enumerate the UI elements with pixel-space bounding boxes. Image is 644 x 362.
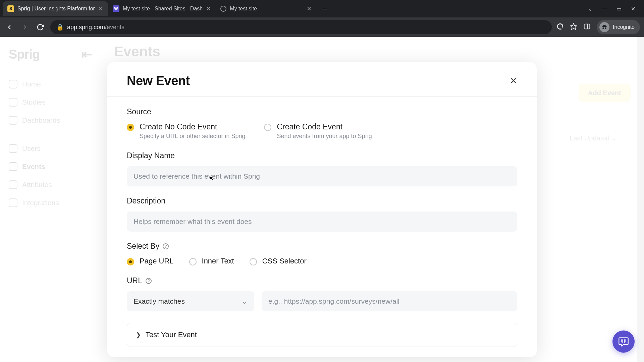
- radio-icon: [127, 124, 134, 131]
- radio-title: Create No Code Event: [140, 122, 245, 131]
- display-name-input[interactable]: [127, 166, 517, 186]
- back-button[interactable]: [4, 22, 15, 33]
- radio-title: CSS Selector: [262, 257, 307, 265]
- url-domain: app.sprig.com: [67, 24, 105, 31]
- display-name-label: Display Name: [127, 151, 517, 160]
- incognito-icon: [599, 22, 609, 32]
- match-type-select[interactable]: Exactly matches ⌄: [127, 291, 254, 311]
- radio-icon: [189, 258, 197, 265]
- incognito-label: Incognito: [613, 24, 635, 30]
- toolbar-icons: Incognito: [556, 20, 640, 34]
- tab-search-icon[interactable]: ⌄: [588, 6, 592, 12]
- radio-title: Create Code Event: [277, 122, 372, 131]
- browser-chrome: S Sprig | User Insights Platform for ✕ W…: [0, 0, 644, 37]
- close-window-icon[interactable]: ✕: [631, 6, 635, 12]
- source-option-code[interactable]: Create Code Event Send events from your …: [264, 122, 372, 140]
- favicon-sprig: S: [7, 5, 14, 12]
- svg-rect-1: [584, 24, 590, 29]
- modal-header: New Event ✕: [107, 62, 537, 96]
- close-icon[interactable]: ✕: [206, 5, 211, 12]
- source-label: Source: [127, 107, 517, 116]
- test-event-label: Test Your Event: [146, 330, 197, 339]
- help-icon[interactable]: ?: [163, 243, 169, 249]
- help-icon[interactable]: ?: [146, 278, 152, 284]
- window-controls: ⌄ ― ▭ ✕: [588, 6, 641, 12]
- chevron-right-icon: ❯: [136, 331, 141, 339]
- description-label: Description: [127, 196, 517, 205]
- radio-subtitle: Send events from your app to Sprig: [277, 133, 372, 140]
- bookmark-icon[interactable]: [570, 23, 577, 32]
- tab-dashboard[interactable]: W My test site - Shared Sites - Dash ✕: [108, 1, 216, 16]
- radio-icon: [250, 258, 257, 265]
- description-input[interactable]: [127, 212, 517, 232]
- url-field[interactable]: 🔒 app.sprig.com/events: [50, 20, 552, 34]
- chevron-down-icon: ⌄: [241, 297, 248, 305]
- new-event-modal: New Event ✕ Source Create No Code Event …: [107, 62, 537, 357]
- divider: [107, 96, 537, 97]
- url-path: /events: [105, 24, 124, 31]
- modal-title: New Event: [127, 74, 190, 88]
- select-by-label: Select By ?: [127, 242, 517, 251]
- url-row: Exactly matches ⌄: [127, 291, 517, 311]
- tab-sprig[interactable]: S Sprig | User Insights Platform for ✕: [3, 1, 108, 16]
- modal-overlay: New Event ✕ Source Create No Code Event …: [0, 37, 644, 362]
- tabs-bar: S Sprig | User Insights Platform for ✕ W…: [0, 0, 644, 17]
- select-by-css-selector[interactable]: CSS Selector: [250, 257, 307, 265]
- test-event-panel[interactable]: ❯ Test Your Event: [127, 323, 517, 347]
- page: Sprig ⇤ Home Studies Dashboards Users Ev…: [0, 37, 644, 362]
- incognito-tracker-icon[interactable]: [556, 23, 564, 32]
- incognito-pill[interactable]: Incognito: [597, 20, 640, 34]
- svg-marker-0: [571, 23, 577, 29]
- radio-icon: [264, 124, 271, 131]
- favicon-webflow: W: [113, 5, 119, 12]
- radio-icon: [127, 258, 134, 265]
- side-panel-icon[interactable]: [583, 23, 591, 32]
- close-icon[interactable]: ✕: [307, 5, 312, 12]
- address-bar: 🔒 app.sprig.com/events Incognito: [0, 17, 644, 37]
- maximize-icon[interactable]: ▭: [616, 6, 622, 12]
- lock-icon: 🔒: [56, 23, 64, 31]
- modal-body: Source Create No Code Event Specify a UR…: [107, 107, 537, 357]
- select-value: Exactly matches: [133, 297, 185, 305]
- favicon-blank: [220, 6, 226, 12]
- radio-title: Page URL: [140, 257, 174, 265]
- tab-title: My test site: [230, 6, 303, 12]
- tab-title: My test site - Shared Sites - Dash: [123, 6, 203, 12]
- radio-subtitle: Specify a URL or other selector in Sprig: [140, 133, 245, 140]
- new-tab-button[interactable]: ＋: [319, 3, 331, 15]
- url-input[interactable]: [262, 291, 517, 311]
- intercom-launcher[interactable]: [612, 330, 635, 353]
- close-button[interactable]: ✕: [510, 76, 517, 86]
- select-by-page-url[interactable]: Page URL: [127, 257, 174, 265]
- forward-button[interactable]: [19, 22, 30, 33]
- minimize-icon[interactable]: ―: [602, 6, 607, 12]
- select-by-radio-group: Page URL Inner Text CSS Selector: [127, 257, 517, 265]
- source-option-no-code[interactable]: Create No Code Event Specify a URL or ot…: [127, 122, 245, 140]
- select-by-inner-text[interactable]: Inner Text: [189, 257, 234, 265]
- reload-button[interactable]: [35, 22, 46, 33]
- radio-title: Inner Text: [202, 257, 234, 265]
- tab-title: Sprig | User Insights Platform for: [17, 6, 95, 12]
- tab-testsite[interactable]: My test site ✕: [216, 1, 316, 16]
- close-icon[interactable]: ✕: [98, 5, 103, 12]
- url-label: URL ?: [127, 276, 517, 285]
- source-radio-group: Create No Code Event Specify a URL or ot…: [127, 122, 517, 140]
